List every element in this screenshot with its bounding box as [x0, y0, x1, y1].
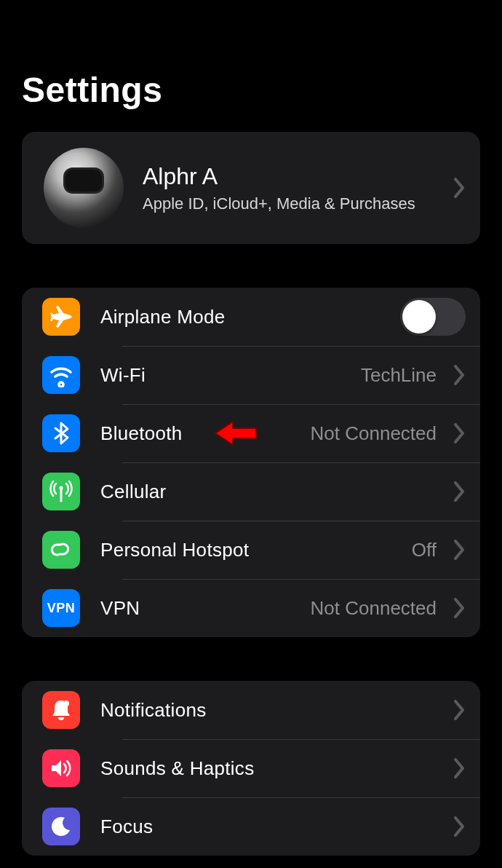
chevron-right-icon — [454, 178, 466, 198]
cellular-label: Cellular — [100, 481, 447, 503]
sounds-icon — [42, 749, 80, 787]
chevron-right-icon — [454, 481, 466, 502]
airplane-icon — [42, 298, 80, 336]
notifications-label: Notifications — [100, 699, 447, 722]
sounds-label: Sounds & Haptics — [100, 757, 447, 780]
profile-name: Alphr A — [143, 163, 447, 190]
cellular-icon — [42, 473, 80, 510]
chevron-right-icon — [454, 365, 466, 385]
vpn-value: Not Connected — [311, 597, 437, 620]
profile-subtitle: Apple ID, iCloud+, Media & Purchases — [143, 194, 447, 213]
hotspot-value: Off — [412, 539, 437, 561]
avatar — [44, 148, 124, 228]
bluetooth-icon — [42, 414, 80, 452]
chevron-right-icon — [454, 700, 466, 720]
page-title: Settings — [22, 70, 480, 110]
wifi-icon — [42, 356, 80, 394]
vpn-icon-text: VPN — [47, 601, 76, 616]
toggle-knob — [402, 300, 436, 334]
chevron-right-icon — [454, 540, 466, 560]
apple-id-row[interactable]: Alphr A Apple ID, iCloud+, Media & Purch… — [22, 132, 480, 244]
profile-text: Alphr A Apple ID, iCloud+, Media & Purch… — [124, 163, 447, 213]
wifi-row[interactable]: Wi-Fi TechLine — [22, 346, 480, 404]
network-group: Airplane Mode Wi-Fi TechLine Bluetooth N… — [22, 288, 480, 637]
svg-point-0 — [60, 486, 63, 490]
chevron-right-icon — [454, 816, 466, 837]
hotspot-label: Personal Hotspot — [100, 539, 412, 561]
bluetooth-label: Bluetooth — [100, 422, 311, 445]
hotspot-row[interactable]: Personal Hotspot Off — [22, 521, 480, 579]
airplane-toggle[interactable] — [400, 298, 466, 336]
focus-icon — [42, 808, 80, 845]
svg-point-1 — [63, 701, 69, 706]
chevron-right-icon — [454, 598, 466, 618]
vpn-icon: VPN — [42, 589, 80, 627]
chevron-right-icon — [454, 423, 466, 443]
bluetooth-value: Not Connected — [311, 422, 437, 445]
notifications-icon — [42, 691, 80, 729]
cellular-row[interactable]: Cellular — [22, 462, 480, 521]
wifi-label: Wi-Fi — [100, 364, 361, 387]
bluetooth-row[interactable]: Bluetooth Not Connected — [22, 404, 480, 462]
sounds-row[interactable]: Sounds & Haptics — [22, 739, 480, 797]
notifications-row[interactable]: Notifications — [22, 681, 480, 739]
vpn-row[interactable]: VPN VPN Not Connected — [22, 579, 480, 637]
focus-label: Focus — [100, 816, 447, 838]
wifi-value: TechLine — [361, 364, 437, 387]
airplane-mode-row[interactable]: Airplane Mode — [22, 288, 480, 346]
vpn-label: VPN — [100, 597, 311, 620]
notifications-group: Notifications Sounds & Haptics Focus — [22, 681, 480, 856]
focus-row[interactable]: Focus — [22, 797, 480, 856]
profile-group: Alphr A Apple ID, iCloud+, Media & Purch… — [22, 132, 480, 244]
airplane-label: Airplane Mode — [100, 306, 400, 328]
hotspot-icon — [42, 531, 80, 569]
chevron-right-icon — [454, 758, 466, 778]
